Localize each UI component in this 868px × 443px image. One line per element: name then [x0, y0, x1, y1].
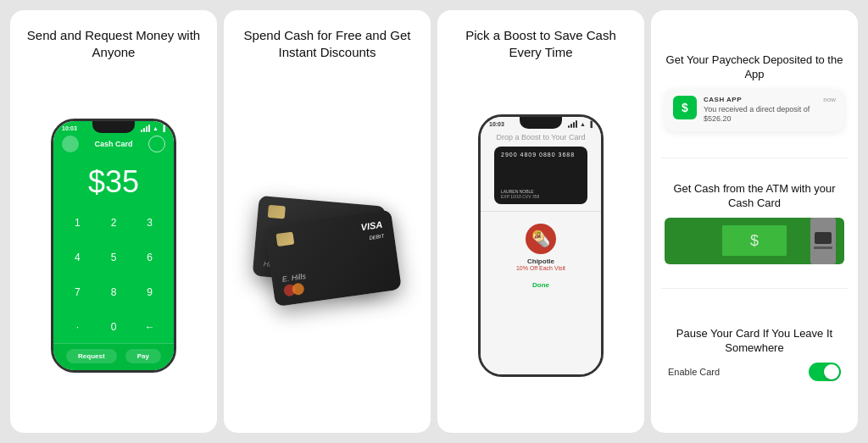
dc-exp: EXP 10/18 CVV 358 — [501, 194, 539, 199]
phone1-footer: Request Pay — [53, 343, 174, 370]
atm-slot — [814, 246, 832, 249]
key-1[interactable]: 1 — [60, 207, 95, 240]
notif-time: now — [823, 96, 836, 103]
avatar-icon — [62, 136, 79, 152]
toggle-row: Enable Card — [665, 363, 844, 381]
feature-paycheck: Get Your Paycheck Deposited to the App $… — [661, 27, 848, 158]
atm-screen — [815, 232, 832, 244]
chipotle-logo: 🌯 — [526, 224, 556, 254]
feature-atm: Get Cash from the ATM with your Cash Car… — [661, 158, 848, 290]
mastercard-right — [292, 282, 305, 296]
card-visa-label: VISADEBIT — [360, 219, 385, 241]
panel-cards: Spend Cash for Free and Get Instant Disc… — [224, 10, 431, 433]
panel3-phone-wrap: 10:03 ▲ ▐ Drop a Boost to Y — [478, 72, 604, 419]
boost-divider — [481, 211, 601, 212]
key-4[interactable]: 4 — [60, 241, 95, 274]
phone1-screen: 10:03 ▲ ▐ — [53, 121, 174, 370]
atm-bill: $ — [721, 224, 788, 257]
key-5[interactable]: 5 — [97, 241, 131, 274]
panel-boost: Pick a Boost to Save Cash Every Time 10:… — [437, 10, 644, 433]
cash-app-icon: $ — [673, 96, 697, 119]
card-info: LAUREN NOBLE EXP 10/18 CVV 358 — [501, 189, 581, 199]
phone-3: 10:03 ▲ ▐ Drop a Boost to Y — [478, 114, 604, 377]
panel3-title: Pick a Boost to Save Cash Every Time — [448, 27, 634, 60]
atm-machine — [810, 218, 836, 264]
phone1-time: 10:03 — [62, 125, 77, 131]
drop-boost-label: Drop a Boost to Your Card — [496, 130, 585, 147]
bill-dollar-icon: $ — [750, 232, 759, 250]
paycheck-title: Get Your Paycheck Deposited to the App — [665, 53, 844, 82]
atm-title: Get Cash from the ATM with your Cash Car… — [665, 182, 844, 211]
pay-button[interactable]: Pay — [125, 349, 161, 363]
panel2-title: Spend Cash for Free and Get Instant Disc… — [234, 27, 420, 60]
feature-pause: Pause Your Card If You Leave It Somewher… — [661, 289, 848, 419]
phone3-wifi: ▲ — [580, 121, 586, 127]
key-backspace[interactable]: ← — [132, 310, 167, 343]
key-7[interactable]: 7 — [60, 276, 95, 309]
card-chip-front — [275, 231, 294, 246]
enable-card-toggle[interactable] — [809, 363, 841, 381]
phone1-amount: $35 — [53, 156, 174, 207]
pause-title: Pause Your Card If You Leave It Somewher… — [665, 327, 844, 356]
key-9[interactable]: 9 — [132, 276, 167, 309]
notif-message: You received a direct deposit of $526.20 — [704, 105, 836, 125]
phone1-keypad: 1 2 3 4 5 6 7 8 9 · 0 ← — [53, 207, 174, 343]
phone3-notch — [520, 117, 562, 129]
paycheck-notification: $ CASH APP now You received a direct dep… — [665, 89, 844, 131]
phone1-notch — [92, 121, 135, 133]
chipotle-emoji: 🌯 — [531, 230, 550, 248]
notif-app-name: CASH APP — [704, 96, 742, 103]
card-front: VISADEBIT E. Hills — [264, 209, 402, 307]
key-2[interactable]: 2 — [97, 207, 131, 240]
wifi-icon: ▲ — [153, 125, 159, 131]
phone3-signal — [568, 120, 577, 128]
phone1-header: Cash Card — [53, 134, 174, 156]
card-number: 2900 4809 0880 3688 — [501, 152, 581, 158]
key-6[interactable]: 6 — [132, 241, 167, 274]
toggle-thumb — [824, 364, 839, 379]
panel-send-request: Send and Request Money with Anyone 10:03 — [10, 10, 217, 433]
panel1-title: Send and Request Money with Anyone — [20, 27, 207, 60]
battery-icon: ▐ — [161, 125, 165, 131]
done-button[interactable]: Done — [532, 276, 549, 292]
notif-header: CASH APP now — [704, 96, 836, 103]
key-8[interactable]: 8 — [97, 276, 131, 309]
app-container: Send and Request Money with Anyone 10:03 — [0, 0, 868, 443]
boost-debit-card: 2900 4809 0880 3688 LAUREN NOBLE EXP 10/… — [494, 147, 587, 204]
card-chip-back — [268, 204, 286, 219]
phone-1: 10:03 ▲ ▐ — [51, 119, 176, 373]
key-0[interactable]: 0 — [97, 310, 131, 343]
clock-icon — [148, 136, 165, 152]
notification-content: CASH APP now You received a direct depos… — [704, 96, 836, 125]
cash-card-label: Cash Card — [94, 140, 132, 148]
signal-icon — [141, 125, 150, 132]
boost-discount-text: 10% Off Each Visit — [516, 265, 565, 271]
enable-card-label: Enable Card — [668, 367, 720, 377]
boost-chipotle[interactable]: 🌯 Chipotle 10% Off Each Visit — [516, 219, 565, 276]
boost-brand-name: Chipotle — [527, 257, 554, 265]
key-dot[interactable]: · — [60, 310, 95, 343]
key-3[interactable]: 3 — [132, 207, 167, 240]
features-list: Get Your Paycheck Deposited to the App $… — [661, 27, 848, 419]
request-button[interactable]: Request — [66, 349, 117, 363]
panel-features: Get Your Paycheck Deposited to the App $… — [651, 10, 858, 433]
phone3-time: 10:03 — [489, 121, 504, 127]
panel1-phone-wrap: 10:03 ▲ ▐ — [51, 72, 176, 419]
dollar-icon: $ — [682, 101, 688, 114]
atm-visual: $ — [665, 218, 844, 264]
cards-wrap: Hills VISADEBIT E. Hills — [234, 72, 420, 419]
phone3-battery: ▐ — [588, 121, 593, 127]
phone3-screen: 10:03 ▲ ▐ Drop a Boost to Y — [481, 117, 601, 374]
